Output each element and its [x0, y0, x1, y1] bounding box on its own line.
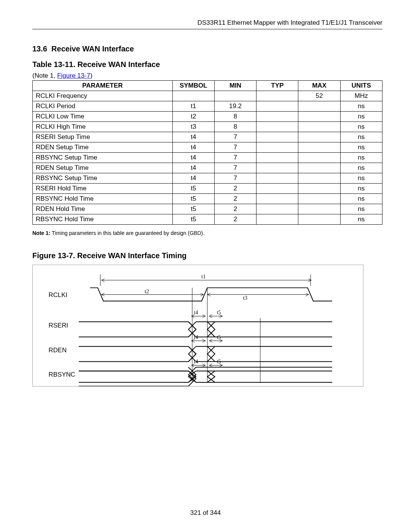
cell-symbol: t4: [172, 163, 214, 173]
cell-symbol: t1: [172, 101, 214, 112]
dim-t5-rseri: t5: [217, 310, 221, 315]
cell-min: 7: [214, 173, 256, 184]
cell-max: [298, 122, 340, 132]
cell-units: ns: [340, 194, 382, 204]
cell-min: 19.2: [214, 101, 256, 112]
cell-units: ns: [340, 153, 382, 163]
cell-max: [298, 204, 340, 214]
table-row: RBSYNC Hold Timet52ns: [33, 214, 382, 225]
cell-parameter: RDEN Setup Time: [33, 163, 173, 173]
dim-t4-rden: t4: [194, 334, 198, 340]
cell-symbol: t5: [172, 194, 214, 204]
cell-min: 2: [214, 194, 256, 204]
cell-symbol: t4: [172, 173, 214, 184]
footnote-label: Note 1:: [32, 230, 50, 236]
signal-label-rbsync: RBSYNC: [48, 371, 75, 378]
document-header: DS33R11 Ethernet Mapper with Integrated …: [32, 19, 382, 29]
cell-min: 7: [214, 153, 256, 163]
cell-symbol: t4: [172, 132, 214, 142]
cell-parameter: RSERI Hold Time: [33, 184, 173, 194]
cell-symbol: t5: [172, 204, 214, 214]
dim-t5-rden: t5: [217, 334, 221, 340]
cell-typ: [256, 184, 298, 194]
cell-max: [298, 101, 340, 112]
cell-max: 52: [298, 91, 340, 101]
cell-parameter: RBSYNC Setup Time: [33, 153, 173, 163]
cell-units: ns: [340, 204, 382, 214]
figure-link[interactable]: Figure 13-7: [57, 72, 90, 79]
cell-symbol: t5: [172, 184, 214, 194]
cell-parameter: RCLKI Low Time: [33, 112, 173, 122]
cell-parameter: RCLKI Frequency: [33, 91, 173, 101]
section-heading: 13.6 Receive WAN Interface: [32, 45, 382, 53]
cell-typ: [256, 112, 298, 122]
cell-units: ns: [340, 184, 382, 194]
table-row: RCLKI High Timet38ns: [33, 122, 382, 132]
table-row: RCLKI Low Timet28ns: [33, 112, 382, 122]
dim-t4-rbsync: t4: [194, 359, 198, 364]
cell-typ: [256, 132, 298, 142]
col-units: UNITS: [340, 81, 382, 91]
cell-units: ns: [340, 101, 382, 112]
cell-parameter: RSERI Setup Time: [33, 132, 173, 142]
table-header-row: PARAMETER SYMBOL MIN TYP MAX UNITS: [33, 81, 382, 91]
cell-min: [214, 91, 256, 101]
cell-max: [298, 112, 340, 122]
cell-min: 8: [214, 122, 256, 132]
table-row: RSERI Hold Timet52ns: [33, 184, 382, 194]
cell-parameter: RCLKI Period: [33, 101, 173, 112]
col-parameter: PARAMETER: [33, 81, 173, 91]
table-note-reference: (Note 1, Figure 13-7): [32, 72, 382, 80]
section-number: 13.6: [32, 45, 47, 53]
cell-symbol: t5: [172, 214, 214, 225]
cell-min: 2: [214, 214, 256, 225]
cell-typ: [256, 163, 298, 173]
cell-parameter: RBSYNC Hold Time: [33, 214, 173, 225]
cell-parameter: RDEN Hold Time: [33, 204, 173, 214]
cell-units: ns: [340, 112, 382, 122]
cell-max: [298, 194, 340, 204]
cell-max: [298, 153, 340, 163]
cell-min: 7: [214, 132, 256, 142]
cell-units: ns: [340, 132, 382, 142]
note-suffix: ): [90, 72, 92, 79]
cell-typ: [256, 91, 298, 101]
col-symbol: SYMBOL: [172, 81, 214, 91]
cell-units: MHz: [340, 91, 382, 101]
page-footer: 321 of 344: [0, 509, 411, 517]
table-row: RCLKI Frequency52MHz: [33, 91, 382, 101]
timing-diagram: RCLKI RSERI RDEN RBSYNC t1 t2 t3 t4 t5 t…: [32, 265, 363, 387]
table-row: RDEN Setup Timet47ns: [33, 163, 382, 173]
cell-max: [298, 184, 340, 194]
signal-label-rseri: RSERI: [48, 322, 68, 329]
cell-parameter: RDEN Setup Time: [33, 142, 173, 153]
cell-symbol: t2: [172, 112, 214, 122]
table-row: RBSYNC Hold Timet52ns: [33, 194, 382, 204]
cell-min: 2: [214, 204, 256, 214]
cell-min: 7: [214, 163, 256, 173]
col-typ: TYP: [256, 81, 298, 91]
dim-t1: t1: [201, 273, 206, 280]
cell-units: ns: [340, 142, 382, 153]
note-prefix: (Note 1,: [32, 72, 57, 79]
document-title: DS33R11 Ethernet Mapper with Integrated …: [198, 19, 382, 26]
cell-typ: [256, 153, 298, 163]
cell-max: [298, 173, 340, 184]
waveform-rseri: [79, 322, 332, 337]
cell-typ: [256, 122, 298, 132]
cell-typ: [256, 142, 298, 153]
cell-max: [298, 214, 340, 225]
dim-t2: t2: [145, 288, 149, 294]
table-row: RSERI Setup Timet47ns: [33, 132, 382, 142]
cell-parameter: RBSYNC Setup Time: [33, 173, 173, 184]
cell-symbol: t4: [172, 153, 214, 163]
cell-min: 8: [214, 112, 256, 122]
cell-max: [298, 163, 340, 173]
table-row: RCLKI Periodt119.2ns: [33, 101, 382, 112]
cell-max: [298, 132, 340, 142]
footnote-text: Timing parameters in this table are guar…: [50, 230, 204, 236]
cell-symbol: t3: [172, 122, 214, 132]
signal-label-rclki: RCLKI: [48, 291, 67, 299]
table-row: RDEN Setup Timet47ns: [33, 142, 382, 153]
cell-parameter: RCLKI High Time: [33, 122, 173, 132]
